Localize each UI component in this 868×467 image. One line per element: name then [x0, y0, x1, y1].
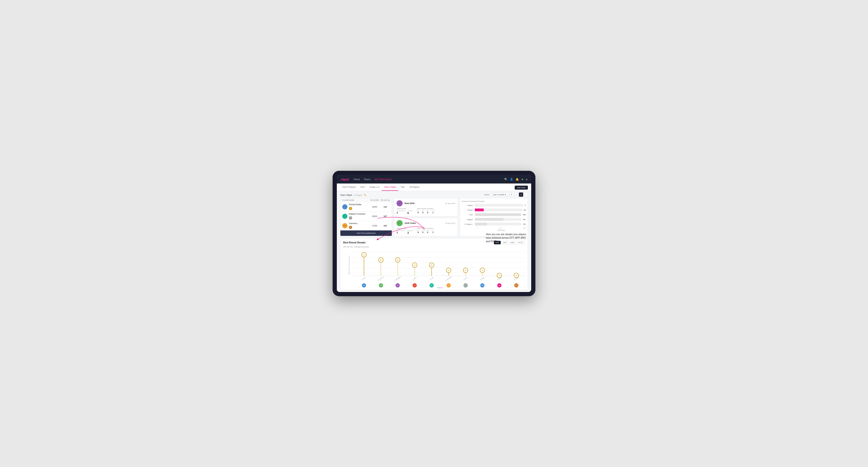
nav-my-performance[interactable]: My Performance	[374, 178, 392, 181]
eagles-label: Eagles	[462, 204, 475, 206]
subnav-all-players[interactable]: All Players	[407, 184, 422, 191]
avatar: JC	[397, 220, 403, 226]
player-name-label: C. Quick	[514, 277, 521, 283]
total-rounds-label: Total Rounds	[397, 208, 413, 210]
streak-line	[448, 273, 449, 276]
player-name-label: M. Miller	[480, 277, 486, 283]
arg-val: 0	[426, 231, 429, 234]
export-icon[interactable]: ↑	[524, 192, 528, 197]
player-bottom-billingham: D. Billingham DB	[390, 278, 406, 287]
bar-row-eagles: Eagles 3	[462, 204, 526, 207]
subnav-pga[interactable]: PGA	[358, 184, 367, 191]
birdies-label: Birdies	[462, 209, 475, 211]
plus-circle-icon[interactable]: ⊕	[521, 178, 523, 181]
player-name-label: D. Ford	[463, 277, 469, 283]
subnav: PGAT Players PGA Hcaps 1-5 Team Clippd T…	[337, 184, 531, 191]
ott-val: 0	[417, 231, 420, 234]
nav-home[interactable]: Home	[353, 178, 360, 181]
col-inner: 5x	[412, 262, 417, 276]
view-leaderboard-button[interactable]: View Full Leaderboard	[340, 230, 392, 236]
dbogeys-track	[475, 223, 521, 225]
team-header: Team Clippd 14 Players ✏️ Show Last 3 mo…	[337, 191, 531, 198]
bar-row-pars: Pars 499	[462, 213, 526, 216]
player-name-label: R. Britt	[430, 277, 435, 283]
streak-line	[465, 273, 466, 276]
player-bottom-crossman: E. Crossman EC	[440, 278, 457, 287]
team-title: Team Clippd 14 Players ✏️	[340, 194, 367, 196]
streaks-section: Best Round Streaks OTT APP ARG PUTT Off …	[340, 238, 528, 290]
pars-track	[475, 213, 521, 216]
streak-bubble: 5x	[412, 262, 417, 268]
col-header-name: PLAYER NAME	[342, 199, 369, 201]
card-stats: Total Rounds Tournament 7 Practice	[397, 208, 455, 214]
detail-view-icon[interactable]: ◫	[519, 192, 523, 197]
subnav-team-clippd[interactable]: Team Clippd	[382, 184, 398, 191]
streaks-subtitle: Off The Tee, Fairway Accuracy	[343, 246, 525, 248]
practice-val: 2	[407, 231, 413, 234]
chart-col-ebert: 7x	[355, 250, 372, 278]
streak-line	[483, 273, 483, 276]
add-team-button[interactable]: Add Team	[515, 186, 528, 190]
subnav-hcaps[interactable]: Hcaps 1-5	[367, 184, 382, 191]
bar-chart-title: Rounds Tournament Practice	[462, 200, 526, 203]
annotation-container: Here you can see streaks your players ha…	[486, 232, 528, 243]
player-pb-avg: 103	[380, 224, 390, 227]
practice-activities-label: Total Practice Activities	[417, 208, 435, 210]
streak-bubble: 4x	[446, 268, 451, 273]
subnav-tour[interactable]: Tour	[398, 184, 407, 191]
streak-bubble: 4x	[463, 268, 468, 273]
edit-icon[interactable]: ✏️	[364, 194, 367, 196]
chart-col-coles: 5x	[406, 250, 423, 278]
tournament-label: Tournament	[397, 230, 404, 231]
bar-chart-panel: Rounds Tournament Practice Eagles 3 Bird…	[460, 198, 528, 236]
axis-200: 200	[499, 227, 502, 229]
period-dropdown[interactable]: Last 3 months ▾	[491, 193, 507, 196]
rank-badge: 1	[349, 207, 352, 210]
player-bottom-mcherg: B. McHerg BM	[372, 278, 390, 287]
x-axis-label: Players	[355, 287, 525, 288]
bell-icon[interactable]: 🔔	[516, 178, 519, 181]
chart-col-billingham: 6x	[390, 250, 406, 278]
player-info: Edward Crossman 2	[349, 213, 369, 220]
birdies-fill	[475, 209, 484, 211]
streak-chart: Best Streak, Fairway Accuracy 7 6 5	[343, 250, 525, 287]
col-header-avg: PB AVG SQ	[380, 199, 390, 201]
app-val: 0	[422, 211, 424, 214]
practice-activities-label: Total Practice Activities	[417, 228, 435, 229]
app-val: 0	[422, 231, 424, 234]
dbogeys-val: 131	[523, 223, 526, 225]
avatar: CA	[342, 223, 347, 228]
bogeys-track	[475, 218, 521, 221]
logo: clippd	[341, 178, 349, 181]
streaks-title: Best Round Streaks	[343, 241, 366, 244]
y-tick-7: 7	[353, 251, 354, 253]
avatar-icon[interactable]: ●	[526, 178, 527, 181]
birdies-val: 96	[524, 209, 526, 211]
subnav-pgat[interactable]: PGAT Players	[340, 184, 358, 191]
grid-view-icon[interactable]: ⊞	[509, 192, 514, 197]
col-inner: 5x	[429, 262, 434, 276]
player-pb-avg: 107	[380, 215, 390, 217]
player-pb-avg: 110	[380, 206, 390, 208]
card-top: JC Josh Coles 26 Aug 2023	[397, 220, 455, 226]
streak-bubble: 6x	[395, 257, 400, 262]
team-controls: Show Last 3 months ▾ ⊞ ≡ ◫ ↑	[485, 192, 528, 197]
col-inner: 4x	[463, 268, 468, 276]
bar-axis: 0 200 400	[462, 227, 526, 229]
person-icon[interactable]: 👤	[510, 178, 513, 181]
col-inner: 4x	[480, 268, 485, 276]
player-count: 14 Players	[353, 194, 363, 196]
view-icons: ⊞ ≡ ◫ ↑	[509, 192, 528, 197]
avatar: RB	[342, 204, 347, 210]
y-tick-4: 4	[353, 267, 354, 268]
bar-row-bogeys: Bogeys 311	[462, 218, 526, 221]
dbogeys-label: D. Bogeys +	[462, 223, 475, 225]
player-bottom-ford: D. Ford DF	[457, 278, 474, 287]
player-name-label: E. Ebert	[361, 277, 368, 283]
player-bottom-coles: J. Coles JC	[406, 278, 423, 287]
nav-teams[interactable]: Teams	[364, 178, 371, 181]
search-icon[interactable]: 🔍	[504, 178, 507, 181]
streak-bubble: 5x	[429, 262, 434, 268]
list-view-icon[interactable]: ≡	[514, 192, 519, 197]
col-inner: 6x	[395, 257, 400, 276]
